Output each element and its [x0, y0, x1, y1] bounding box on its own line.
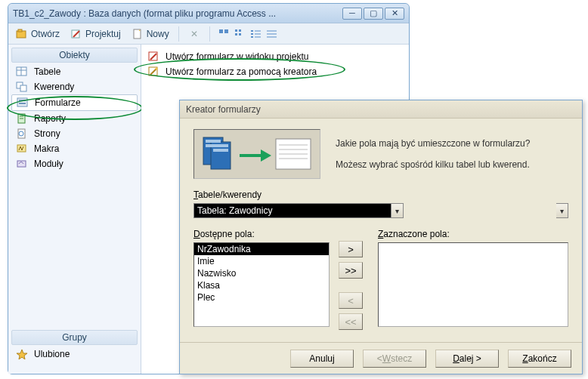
svg-rect-14 [251, 36, 253, 38]
svg-rect-9 [239, 29, 241, 32]
view-large-icon[interactable] [218, 28, 231, 40]
svg-marker-48 [240, 149, 271, 162]
svg-rect-6 [219, 29, 223, 33]
db-titlebar: TB1_c2_Zawody : Baza danych (format plik… [8, 4, 409, 23]
modules-icon [16, 159, 28, 169]
combo-spacer [404, 203, 556, 218]
favorites-icon [16, 349, 28, 359]
view-list-icon[interactable] [249, 28, 263, 40]
selected-listbox[interactable] [378, 242, 568, 327]
view-small-icon[interactable] [234, 28, 247, 40]
wizard-art [193, 129, 320, 179]
list-item[interactable]: Plec [194, 291, 329, 304]
objects-item-label: Raporty [34, 113, 66, 124]
wizard-prompt-1: Jakie pola mają być umieszczone w formul… [336, 138, 568, 149]
wizard-icon [147, 51, 159, 63]
svg-rect-26 [17, 98, 27, 106]
delete-button[interactable]: ✕ [184, 26, 205, 42]
objects-header: Obiekty [11, 48, 138, 63]
objects-item-queries[interactable]: Kwerendy [11, 79, 138, 94]
move-all-right-button[interactable]: >> [339, 262, 363, 279]
svg-rect-27 [19, 100, 26, 101]
list-item[interactable]: Imie [194, 255, 329, 267]
svg-rect-46 [213, 144, 228, 147]
open-label: Otwórz [31, 29, 60, 39]
cancel-button[interactable]: Anuluj [290, 350, 354, 368]
combo-drop-icon[interactable]: ▾ [391, 203, 404, 218]
objects-item-label: Moduły [34, 159, 63, 169]
objects-item-tables[interactable]: Tabele [11, 64, 138, 79]
wizard-banner: Jakie pola mają być umieszczone w formul… [193, 129, 568, 179]
new-icon [132, 28, 144, 40]
move-buttons: > >> < << [339, 229, 369, 330]
wizard-content: Jakie pola mają być umieszczone w formul… [180, 119, 582, 337]
design-button[interactable]: Projektuj [66, 26, 125, 42]
finish-button[interactable]: Zakończ [508, 350, 571, 368]
tables-icon [16, 66, 28, 77]
toolbar-separator [178, 26, 179, 42]
next-button[interactable]: Dalej > [435, 350, 499, 368]
objects-item-pages[interactable]: Strony [11, 126, 138, 141]
design-icon [70, 28, 82, 40]
svg-rect-10 [235, 33, 237, 35]
wizard-prompt: Jakie pola mają być umieszczone w formul… [336, 138, 568, 170]
open-button[interactable]: Otwórz [11, 26, 64, 42]
selected-label: Zaznaczone pola: [378, 229, 568, 239]
back-button[interactable]: < Wstecz [363, 350, 426, 368]
tables-queries-combo[interactable]: ▾ ▾ [193, 203, 568, 218]
objects-item-reports[interactable]: Raporty [11, 111, 138, 126]
design-label: Projektuj [85, 29, 121, 39]
svg-rect-11 [239, 33, 241, 35]
move-all-left-button[interactable]: << [339, 313, 363, 330]
list-item[interactable]: Klasa [194, 279, 329, 291]
create-form-wizard-label: Utwórz formularz za pomocą kreatora [166, 66, 317, 77]
combo-end-drop-icon[interactable]: ▾ [556, 203, 568, 218]
svg-rect-1 [18, 29, 22, 32]
db-toolbar: Otwórz Projektuj Nowy ✕ [8, 23, 409, 45]
list-item[interactable]: NrZawodnika [194, 243, 329, 255]
view-details-icon[interactable] [265, 28, 279, 40]
create-form-design[interactable]: Utwórz formularz w widoku projektu [146, 49, 404, 64]
svg-rect-7 [224, 29, 228, 33]
wizard-button-row: Anuluj < Wstecz Dalej > Zakończ [180, 342, 582, 374]
new-button[interactable]: Nowy [127, 26, 174, 42]
new-label: Nowy [147, 29, 169, 39]
close-button[interactable]: ✕ [385, 8, 404, 20]
available-label: Dostępne pola: [193, 229, 330, 239]
minimize-button[interactable]: ─ [342, 8, 362, 20]
tables-queries-label-rest: abele/kwerendy [198, 190, 262, 200]
move-right-button[interactable]: > [339, 241, 363, 257]
pages-icon [16, 128, 28, 139]
macros-icon [16, 143, 28, 154]
objects-item-label: Tabele [34, 66, 60, 77]
tables-queries-input[interactable] [193, 203, 391, 218]
open-icon [16, 28, 28, 40]
objects-item-modules[interactable]: Moduły [11, 156, 138, 171]
wizard-titlebar: Kreator formularzy [180, 100, 582, 119]
reports-icon [16, 113, 28, 124]
objects-pane: Obiekty Tabele Kwerendy Formularze Rapor… [8, 45, 141, 374]
objects-item-forms[interactable]: Formularze [11, 94, 138, 111]
svg-rect-44 [206, 140, 221, 143]
maximize-button[interactable]: ▢ [364, 8, 383, 20]
svg-rect-8 [235, 29, 237, 32]
form-wizard-dialog: Kreator formularzy Jakie pola mają być u… [179, 100, 583, 374]
selected-column: Zaznaczone pola: [378, 229, 568, 330]
svg-point-41 [156, 68, 158, 70]
forms-icon [17, 97, 29, 108]
create-form-design-label: Utwórz formularz w widoku projektu [166, 51, 308, 62]
wand-icon [147, 66, 159, 78]
available-listbox[interactable]: NrZawodnika Imie Nazwisko Klasa Plec [193, 242, 330, 327]
svg-rect-47 [213, 149, 228, 152]
svg-rect-12 [251, 30, 253, 32]
list-item[interactable]: Nazwisko [194, 267, 329, 279]
svg-rect-13 [251, 33, 253, 35]
objects-item-macros[interactable]: Makra [11, 141, 138, 156]
move-left-button[interactable]: < [339, 292, 363, 309]
objects-item-label: Formularze [35, 97, 81, 108]
create-form-wizard[interactable]: Utwórz formularz za pomocą kreatora [146, 64, 404, 79]
groups-header: Grupy [11, 330, 138, 345]
groups-item-favorites[interactable]: Ulubione [11, 347, 138, 362]
toolbar-separator-2 [209, 26, 210, 42]
svg-rect-28 [19, 103, 26, 104]
